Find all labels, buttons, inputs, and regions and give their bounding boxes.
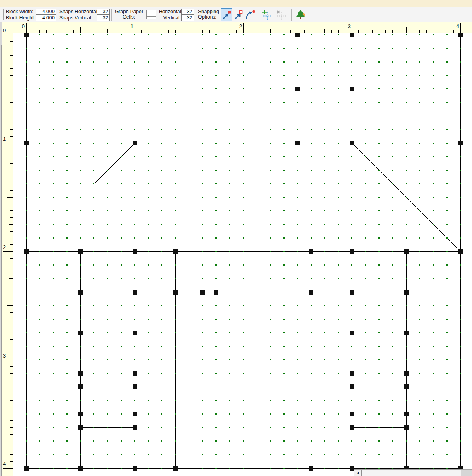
toolbar-separator — [291, 9, 292, 21]
toolbar-separator — [259, 9, 259, 21]
title-band — [0, 0, 472, 7]
scroll-left-arrow-icon: ◄ — [356, 471, 360, 475]
horizontal-scrollbar[interactable]: ◄ — [354, 469, 472, 476]
snaps-horizontal-field[interactable]: 32 — [97, 9, 110, 15]
snap-to-node-button[interactable] — [233, 8, 244, 21]
tree-icon — [295, 9, 307, 21]
block-width-label: Block Width: — [6, 9, 34, 14]
grid-cells-icon — [146, 9, 157, 22]
graph-vertical-label: Vertical — [159, 15, 179, 21]
graph-horizontal-field[interactable]: 32 — [181, 9, 194, 15]
snaps-horizontal-label: Snaps Horizontal: — [59, 9, 99, 14]
tree-button[interactable] — [295, 8, 308, 21]
horizontal-ruler — [13, 22, 472, 33]
block-height-field[interactable]: 4.000 — [36, 15, 56, 21]
grid-points-off-icon — [276, 10, 287, 20]
snaps-vertical-label: Snaps Vertical: — [59, 15, 92, 21]
grid-points-on-button[interactable] — [261, 8, 273, 21]
horizontal-scrollbar-thumb[interactable] — [362, 470, 461, 476]
grid-points-on-icon — [262, 10, 273, 20]
snap-to-arc-button[interactable] — [244, 8, 256, 21]
snaps-vertical-field[interactable]: 32 — [97, 15, 110, 21]
block-width-field[interactable]: 4.000 — [36, 9, 56, 15]
graph-horizontal-label: Horizontal — [159, 9, 179, 14]
snapping-line1: Snapping — [198, 9, 219, 14]
graph-paper-line1: Graph Paper — [115, 9, 143, 14]
snap-to-node-icon — [234, 10, 244, 20]
snap-to-arc-icon — [245, 10, 256, 20]
block-height-label: Block Height: — [6, 15, 35, 21]
block-worktable-window: Block Width: 4.000 Block Height: 4.000 S… — [0, 0, 472, 476]
graph-paper-line2: Cells: — [123, 14, 135, 20]
snapping-line2: Options: — [198, 14, 217, 20]
graph-paper-cells-label: Graph PaperCells: — [115, 9, 143, 20]
snap-to-grid-button[interactable] — [221, 8, 232, 21]
precision-toolbar: Block Width: 4.000 Block Height: 4.000 S… — [0, 7, 472, 22]
grid-points-off-button[interactable] — [275, 8, 287, 21]
toolbar-separator — [111, 9, 112, 21]
vertical-ruler — [2, 22, 13, 476]
graph-vertical-field[interactable]: 32 — [181, 15, 194, 21]
block-drawing-canvas[interactable] — [13, 33, 472, 476]
snap-to-grid-icon — [222, 10, 232, 20]
toolbar-separator — [195, 9, 195, 21]
snapping-options-label: SnappingOptions: — [198, 9, 219, 20]
toolbar-grip[interactable] — [1, 9, 4, 20]
scroll-left-button[interactable]: ◄ — [354, 470, 361, 476]
